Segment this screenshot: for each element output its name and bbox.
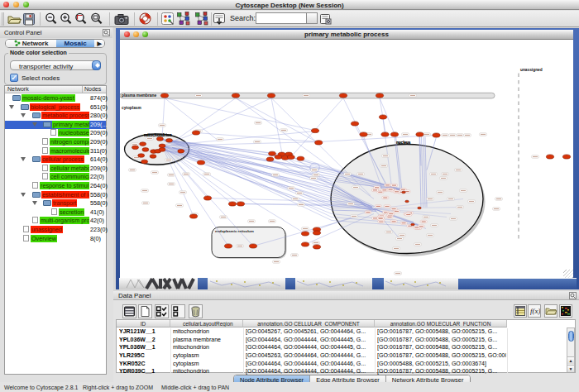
svg-text:mitochondrion: mitochondrion — [144, 133, 172, 137]
svg-text:nucleus: nucleus — [396, 141, 411, 145]
svg-text:cytoplasm: cytoplasm — [122, 106, 141, 110]
svg-text:unassigned: unassigned — [520, 68, 543, 72]
svg-text:plasma membrane: plasma membrane — [122, 93, 156, 98]
svg-text:endoplasmic reticulum: endoplasmic reticulum — [215, 229, 254, 233]
svg-text:f(x): f(x) — [530, 307, 540, 315]
